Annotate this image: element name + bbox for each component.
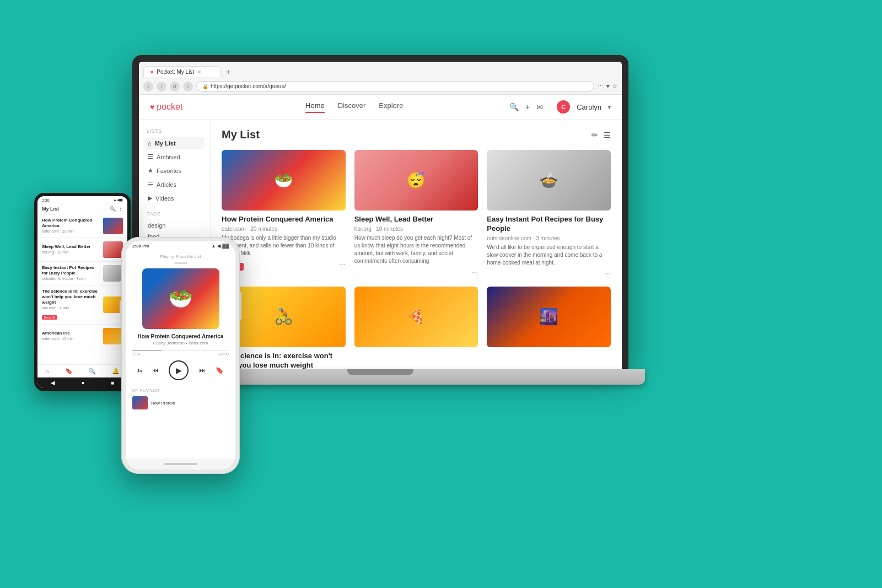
user-name[interactable]: Carolyn bbox=[577, 103, 601, 111]
android-recent-btn[interactable]: ■ bbox=[111, 380, 114, 386]
ios-device: 2:30 PM ▲ ◀ ▓▓ Playing From My List 🥗 Ho… bbox=[121, 237, 240, 474]
sidebar-archived-label: Archived bbox=[157, 154, 180, 160]
nav-link-explore[interactable]: Explore bbox=[379, 101, 403, 113]
android-list-item-2[interactable]: Sleep Well, Lead Better hbr.org · 10 min bbox=[37, 238, 127, 262]
home-button[interactable]: ⌂ bbox=[183, 82, 193, 91]
android-list-item-4[interactable]: The science is in: exercise won't help y… bbox=[37, 285, 127, 325]
thumb-icon-6: 🌆 bbox=[539, 308, 558, 326]
ios-time-remaining: -24:00 bbox=[218, 352, 229, 356]
ios-player-controls: 1x ⏮ ▶ ⏭ 🔖 bbox=[132, 360, 229, 380]
article-source-1: eater.com · 20 minutes bbox=[222, 226, 346, 232]
sidebar-item-archived[interactable]: ☰ Archived bbox=[144, 150, 205, 163]
android-screen: 2:30 ▲◀◼ My List 🔍 ⋮ How Protein Conquer… bbox=[37, 196, 127, 388]
sidebar-item-articles[interactable]: ☰ Articles bbox=[144, 178, 205, 191]
ios-power-btn[interactable] bbox=[240, 292, 241, 320]
pocket-nav-links: Home Discover Explore bbox=[199, 101, 509, 113]
sidebar-mylist-label: My List bbox=[155, 140, 176, 147]
ios-playlist-item-1[interactable]: How Protein bbox=[132, 395, 229, 411]
ios-rewind-btn[interactable]: ⏮ bbox=[152, 366, 159, 374]
android-status-icons: ▲◀◼ bbox=[113, 198, 123, 202]
new-tab-button[interactable]: + bbox=[222, 65, 235, 78]
ios-status-icons: ▲ ◀ ▓▓ bbox=[211, 244, 229, 249]
android-search-icon[interactable]: 🔍 bbox=[110, 206, 116, 212]
article-card-1[interactable]: 🥗 How Protein Conquered America eater.co… bbox=[222, 150, 346, 278]
ios-forward-btn[interactable]: ⏭ bbox=[199, 366, 206, 374]
article-card-6[interactable]: 🌆 bbox=[487, 287, 611, 369]
android-more-icon[interactable]: ⋮ bbox=[118, 206, 123, 212]
sidebar-item-videos[interactable]: ▶ Videos bbox=[144, 192, 205, 204]
refresh-button[interactable]: ↺ bbox=[170, 82, 180, 91]
ios-wifi-icon: ◀ bbox=[217, 244, 220, 249]
android-nav-save[interactable]: 🔖 bbox=[65, 368, 73, 375]
url-text: https://getpocket.com/a/queue/ bbox=[211, 83, 286, 89]
browser-tab-title: Pocket: My List bbox=[157, 69, 194, 75]
article-more-2[interactable]: ⋯ bbox=[471, 268, 478, 276]
ios-progress-fill bbox=[132, 350, 162, 351]
sidebar-favorites-label: Favorites bbox=[157, 168, 181, 174]
article-card-2[interactable]: 😴 Sleep Well, Lead Better hbr.org · 10 m… bbox=[354, 150, 478, 278]
article-meta-1: How Protein Conquered America eater.com … bbox=[222, 211, 346, 273]
android-nav-bell[interactable]: 🔔 bbox=[112, 368, 120, 375]
list-view-icon[interactable]: ☰ bbox=[604, 131, 611, 139]
android-back-btn[interactable]: ◀ bbox=[51, 380, 55, 386]
address-bar[interactable]: 🔒 https://getpocket.com/a/queue/ bbox=[196, 81, 594, 91]
android-list-item-1[interactable]: How Protein Conquered America eater.com … bbox=[37, 214, 127, 238]
ios-status-bar: 2:30 PM ▲ ◀ ▓▓ bbox=[126, 241, 235, 250]
ios-signal-icon: ▲ bbox=[211, 244, 216, 249]
article-thumb-5: 🍕 bbox=[354, 287, 478, 347]
android-article-tag-4: Best Of bbox=[42, 315, 57, 320]
ios-bookmark-btn[interactable]: 🔖 bbox=[216, 366, 224, 374]
add-icon[interactable]: + bbox=[525, 103, 530, 111]
android-article-text-3: Easy Instant Pot Recipes for Busy People… bbox=[42, 265, 100, 282]
sidebar-item-favorites[interactable]: ★ Favorites bbox=[144, 164, 205, 177]
article-excerpt-1: My bodega is only a little bigger than m… bbox=[222, 234, 346, 257]
ios-volume-btn[interactable] bbox=[120, 300, 121, 321]
android-nav-home[interactable]: ⌂ bbox=[45, 368, 49, 375]
android-article-title-3: Easy Instant Pot Recipes for Busy People bbox=[42, 265, 100, 276]
pocket-logo-text: pocket bbox=[157, 102, 182, 112]
android-article-text-1: How Protein Conquered America eater.com … bbox=[42, 218, 100, 234]
sidebar-tag-design[interactable]: design bbox=[144, 220, 205, 231]
android-nav-search[interactable]: 🔍 bbox=[88, 368, 96, 375]
android-thumb-3 bbox=[103, 265, 123, 282]
article-excerpt-3: We'd all like to be organized enough to … bbox=[487, 244, 611, 267]
extensions-icon[interactable]: ⋯ bbox=[598, 83, 604, 90]
article-more-3[interactable]: ⋯ bbox=[604, 270, 611, 278]
browser-tab-close[interactable]: ✕ bbox=[197, 69, 202, 75]
android-home-btn[interactable]: ● bbox=[81, 380, 84, 386]
sidebar-item-mylist[interactable]: ⌂ My List bbox=[144, 137, 205, 149]
archive-icon: ☰ bbox=[148, 153, 153, 160]
article-title-1: How Protein Conquered America bbox=[222, 215, 346, 224]
article-thumb-2: 😴 bbox=[354, 150, 478, 211]
back-button[interactable]: ‹ bbox=[143, 82, 153, 91]
star-icon[interactable]: ☆ bbox=[612, 83, 617, 90]
ios-mute-btn[interactable] bbox=[120, 281, 121, 294]
pocket-icon[interactable]: ♥ bbox=[606, 83, 610, 90]
nav-link-home[interactable]: Home bbox=[305, 101, 325, 113]
ios-home-bar[interactable] bbox=[164, 463, 197, 465]
nav-link-discover[interactable]: Discover bbox=[338, 101, 366, 113]
forward-button[interactable]: › bbox=[157, 82, 166, 91]
ios-progress-bar[interactable] bbox=[132, 350, 229, 351]
ios-play-btn[interactable]: ▶ bbox=[169, 360, 189, 380]
my-list-header: My List ✏ ☰ bbox=[222, 128, 611, 141]
user-dropdown-icon[interactable]: ▾ bbox=[608, 104, 611, 110]
android-article-title-4: The science is in: exercise won't help y… bbox=[42, 289, 100, 305]
videos-icon: ▶ bbox=[148, 195, 152, 202]
email-icon[interactable]: ✉ bbox=[536, 103, 543, 111]
android-article-title-2: Sleep Well, Lead Better bbox=[42, 244, 100, 250]
android-list-item-5[interactable]: American Pie eater.com · 10 min bbox=[37, 325, 127, 348]
ios-speed-btn[interactable]: 1x bbox=[137, 368, 142, 373]
article-more-1[interactable]: ⋯ bbox=[339, 261, 346, 268]
article-source-3: outsideonline.com · 3 minutes bbox=[487, 235, 611, 241]
article-card-3[interactable]: 🍲 Easy Instant Pot Recipes for Busy Peop… bbox=[487, 150, 611, 278]
article-card-5[interactable]: 🍕 bbox=[354, 287, 478, 369]
browser-tab-active[interactable]: ♥ Pocket: My List ✕ bbox=[143, 66, 220, 77]
pocket-logo-icon: ♥ bbox=[150, 103, 154, 111]
android-list-item-3[interactable]: Easy Instant Pot Recipes for Busy People… bbox=[37, 262, 127, 285]
search-icon[interactable]: 🔍 bbox=[509, 103, 519, 111]
android-system-bar: ◀ ● ■ bbox=[37, 377, 127, 388]
edit-icon[interactable]: ✏ bbox=[591, 131, 598, 139]
ios-battery-icon: ▓▓ bbox=[222, 244, 229, 249]
android-device: 2:30 ▲◀◼ My List 🔍 ⋮ How Protein Conquer… bbox=[34, 193, 131, 391]
